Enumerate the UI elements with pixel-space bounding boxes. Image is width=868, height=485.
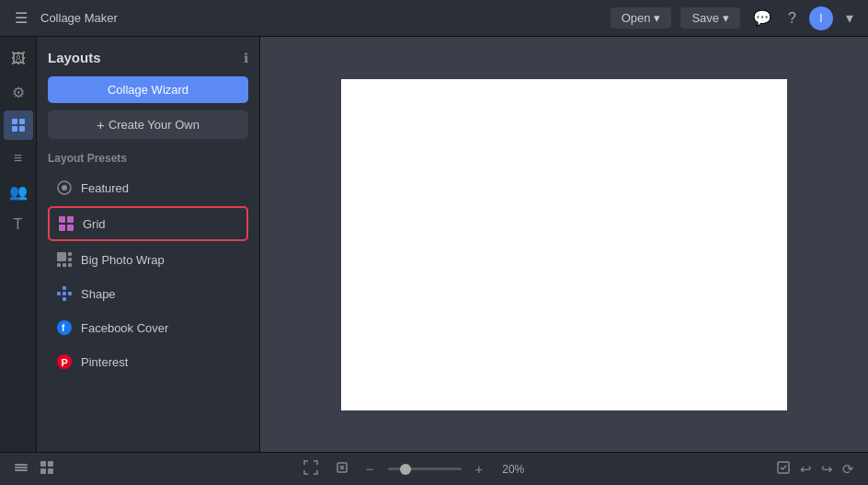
svg-rect-26	[15, 467, 28, 468]
svg-rect-7	[67, 216, 74, 223]
preset-item-pinterest[interactable]: P Pinterest	[48, 346, 248, 377]
panel-info-button[interactable]: ℹ	[244, 51, 248, 65]
svg-rect-27	[15, 464, 28, 466]
grid-icon	[57, 214, 75, 233]
preset-list: Featured Grid	[48, 172, 248, 377]
panel-header: Layouts ℹ	[48, 50, 248, 65]
svg-rect-11	[68, 252, 72, 256]
svg-rect-12	[68, 258, 72, 261]
preset-item-grid[interactable]: Grid	[48, 206, 248, 241]
svg-rect-31	[48, 468, 53, 474]
featured-icon	[55, 179, 74, 197]
svg-rect-28	[40, 461, 46, 467]
undo-button[interactable]: ↩	[797, 458, 815, 480]
svg-point-5	[62, 185, 67, 191]
svg-rect-15	[68, 263, 72, 267]
left-panel: Layouts ℹ Collage Wizard + Create Your O…	[37, 37, 260, 452]
save-state-button[interactable]	[773, 457, 794, 480]
svg-rect-30	[40, 468, 46, 474]
help-icon-button[interactable]: ?	[784, 6, 800, 30]
create-your-own-button[interactable]: + Create Your Own	[48, 110, 248, 139]
zoom-slider[interactable]	[388, 468, 462, 470]
sidebar-item-layouts[interactable]	[4, 110, 33, 140]
big-photo-wrap-icon	[55, 250, 74, 269]
canvas-area	[260, 37, 868, 452]
svg-rect-6	[59, 216, 65, 223]
icon-sidebar: 🖼 ⚙ ≡ 👥 T	[0, 37, 37, 452]
svg-rect-10	[57, 252, 66, 261]
main-area: 🖼 ⚙ ≡ 👥 T Layouts ℹ Collage Wizard + Cre…	[0, 37, 868, 452]
layout-presets-label: Layout Presets	[48, 152, 248, 165]
save-button[interactable]: Save ▾	[680, 7, 740, 29]
sidebar-item-text[interactable]: T	[4, 210, 33, 239]
svg-rect-13	[57, 263, 61, 267]
layers-button[interactable]	[11, 457, 31, 480]
sidebar-item-photos[interactable]: 🖼	[4, 44, 33, 74]
preset-item-shape[interactable]: Shape	[48, 278, 248, 309]
sidebar-item-adjust[interactable]: ⚙	[4, 77, 33, 107]
pinterest-icon: P	[55, 352, 74, 371]
svg-rect-14	[63, 263, 66, 267]
open-button[interactable]: Open ▾	[611, 7, 672, 29]
collage-wizard-button[interactable]: Collage Wizard	[48, 76, 248, 103]
expand-button[interactable]	[332, 457, 352, 480]
zoom-out-button[interactable]: −	[363, 458, 377, 479]
avatar[interactable]: I	[809, 6, 833, 30]
redo-button[interactable]: ↪	[818, 458, 836, 480]
svg-rect-1	[19, 119, 25, 124]
bottom-center: − + 20%	[64, 457, 766, 480]
bottom-right: ↩ ↪ ⟳	[773, 457, 857, 480]
grid-view-button[interactable]	[37, 457, 57, 480]
fit-screen-button[interactable]	[301, 457, 321, 480]
preset-item-featured[interactable]: Featured	[48, 172, 248, 203]
svg-rect-3	[19, 126, 25, 132]
shape-icon	[55, 284, 74, 303]
bottom-left	[11, 457, 57, 480]
topbar-right: 💬 ? I ▾	[749, 6, 857, 30]
svg-rect-17	[57, 292, 61, 295]
preset-item-big-photo-wrap[interactable]: Big Photo Wrap	[48, 244, 248, 275]
sidebar-item-table[interactable]: ≡	[4, 144, 33, 173]
svg-rect-19	[68, 292, 72, 295]
account-chevron[interactable]: ▾	[842, 6, 857, 30]
panel-title: Layouts	[48, 50, 101, 65]
menu-button[interactable]: ☰	[11, 6, 31, 30]
svg-rect-25	[15, 469, 28, 471]
app-title: Collage Maker	[40, 11, 118, 25]
facebook-icon: f	[55, 318, 74, 337]
zoom-in-button[interactable]: +	[473, 458, 486, 479]
chat-icon-button[interactable]: 💬	[749, 6, 775, 30]
svg-rect-29	[48, 461, 53, 467]
svg-rect-18	[63, 292, 66, 295]
canvas-white[interactable]	[341, 79, 787, 410]
bottombar: − + 20% ↩ ↪ ⟳	[0, 452, 868, 485]
preset-item-facebook-cover[interactable]: f Facebook Cover	[48, 312, 248, 343]
history-button[interactable]: ⟳	[839, 458, 857, 480]
svg-text:P: P	[62, 357, 68, 368]
zoom-value: 20%	[497, 463, 530, 476]
svg-rect-16	[63, 286, 66, 290]
svg-rect-9	[67, 225, 74, 231]
plus-icon: +	[97, 117, 105, 133]
svg-rect-2	[12, 126, 17, 132]
svg-rect-0	[12, 119, 17, 124]
sidebar-item-people[interactable]: 👥	[4, 177, 33, 206]
topbar: ☰ Collage Maker Open ▾ Save ▾ 💬 ? I ▾	[0, 0, 868, 37]
svg-rect-8	[59, 225, 65, 231]
svg-rect-20	[63, 297, 66, 301]
